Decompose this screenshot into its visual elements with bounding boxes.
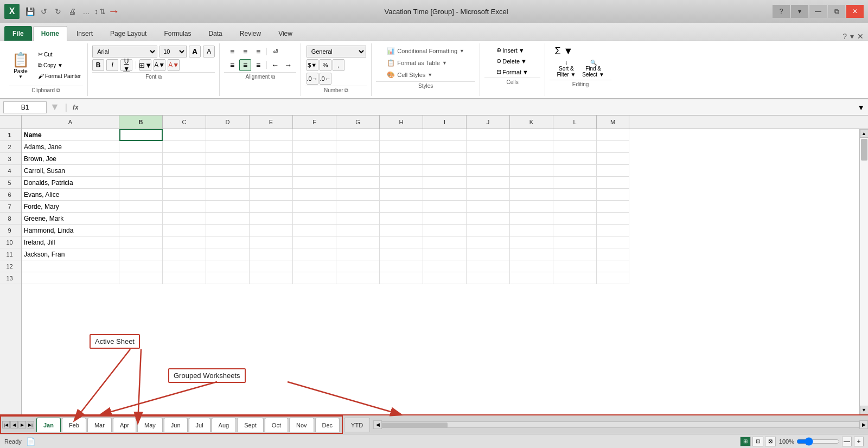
format-cells-btn[interactable]: ⊟ Format ▼ [494,67,531,76]
zoom-in-btn[interactable]: + [854,437,864,446]
row-num-10[interactable]: 10 [0,236,21,248]
scroll-down-btn[interactable]: ▼ [860,406,869,414]
wrap-text-btn[interactable]: ⏎ [269,46,281,57]
indent-inc-btn[interactable]: → [282,59,294,71]
cell-i13[interactable] [423,272,467,284]
cell-e5[interactable] [250,177,293,189]
cell-g4[interactable] [336,165,380,177]
cell-j13[interactable] [467,272,510,284]
cell-m4[interactable] [597,165,629,177]
cell-j11[interactable] [467,248,510,260]
cell-i5[interactable] [423,177,467,189]
hscroll-track[interactable] [382,421,859,428]
cell-d6[interactable] [206,189,250,201]
tab-page-layout[interactable]: Page Layout [102,26,155,41]
row-num-11[interactable]: 11 [0,248,21,260]
hscroll-thumb[interactable] [382,423,448,428]
cell-e12[interactable] [250,260,293,272]
italic-btn[interactable]: I [106,59,118,71]
cell-e7[interactable] [250,201,293,213]
delete-cells-btn[interactable]: ⊖ Delete ▼ [494,56,531,66]
minimize-ribbon-btn[interactable]: ▾ [791,5,808,18]
cell-i1[interactable] [423,129,467,141]
cell-m7[interactable] [597,201,629,213]
cell-j9[interactable] [467,225,510,236]
formula-input[interactable] [84,101,852,113]
cell-f2[interactable] [293,141,336,153]
restore-btn[interactable]: ⧉ [828,5,845,18]
col-header-c[interactable]: C [163,116,206,129]
cell-j1[interactable] [467,129,510,141]
cell-l13[interactable] [553,272,597,284]
cell-a4[interactable]: Carroll, Susan [22,165,119,177]
minimize-btn[interactable]: — [809,5,827,18]
cell-g11[interactable] [336,248,380,260]
row-num-8[interactable]: 8 [0,213,21,225]
format-as-table-btn[interactable]: 📋 Format as Table ▼ [384,57,467,68]
cell-m1[interactable] [597,129,629,141]
cell-g10[interactable] [336,236,380,248]
cell-k13[interactable] [510,272,553,284]
row-num-3[interactable]: 3 [0,153,21,165]
col-header-f[interactable]: F [293,116,336,129]
cell-b11[interactable] [119,248,163,260]
corner-cell[interactable] [0,116,22,129]
cell-i2[interactable] [423,141,467,153]
cell-j10[interactable] [467,236,510,248]
cell-c11[interactable] [163,248,206,260]
dec-increase-btn[interactable]: .0→ [307,73,318,85]
font-name-select[interactable]: Arial [92,46,157,57]
cell-f5[interactable] [293,177,336,189]
sheet-tab-mar[interactable]: Mar [87,418,112,432]
cell-e2[interactable] [250,141,293,153]
cell-b2[interactable] [119,141,163,153]
cell-c12[interactable] [163,260,206,272]
cell-g6[interactable] [336,189,380,201]
cell-e11[interactable] [250,248,293,260]
cell-j12[interactable] [467,260,510,272]
cell-a11[interactable]: Jackson, Fran [22,248,119,260]
quick-btn[interactable]: … [80,5,92,17]
cell-m2[interactable] [597,141,629,153]
cell-k9[interactable] [510,225,553,236]
cell-l9[interactable] [553,225,597,236]
cell-h8[interactable] [380,213,423,225]
font-color-btn[interactable]: A▼ [168,59,180,71]
sheet-tab-ytd[interactable]: YTD [344,418,370,432]
align-left-btn[interactable]: ≡ [226,59,238,71]
cell-c1[interactable] [163,129,206,141]
cell-e4[interactable] [250,165,293,177]
align-center-btn[interactable]: ≡ [239,59,251,71]
number-format-select[interactable]: General [307,46,366,57]
cell-c10[interactable] [163,236,206,248]
sheet-tab-feb[interactable]: Feb [62,418,86,432]
cell-l12[interactable] [553,260,597,272]
hscroll-left-btn[interactable]: ◀ [373,420,382,429]
cell-m10[interactable] [597,236,629,248]
cell-c7[interactable] [163,201,206,213]
cell-b5[interactable] [119,177,163,189]
col-header-m[interactable]: M [597,116,629,129]
indent-dec-btn[interactable]: ← [269,59,281,71]
cell-j3[interactable] [467,153,510,165]
align-middle-btn[interactable]: ≡ [239,46,251,57]
cell-l1[interactable] [553,129,597,141]
cell-c9[interactable] [163,225,206,236]
cell-e6[interactable] [250,189,293,201]
cell-i7[interactable] [423,201,467,213]
find-select-btn[interactable]: 🔍 Find & Select ▼ [580,59,606,79]
col-header-h[interactable]: H [380,116,423,129]
cell-f1[interactable] [293,129,336,141]
cell-a2[interactable]: Adams, Jane [22,141,119,153]
col-header-k[interactable]: K [510,116,553,129]
cell-a5[interactable]: Donalds, Patricia [22,177,119,189]
tab-review[interactable]: Review [232,26,269,41]
currency-btn[interactable]: $▼ [307,59,318,71]
cell-k8[interactable] [510,213,553,225]
tab-formulas[interactable]: Formulas [156,26,199,41]
cell-g5[interactable] [336,177,380,189]
cell-a8[interactable]: Greene, Mark [22,213,119,225]
cell-k6[interactable] [510,189,553,201]
cell-f4[interactable] [293,165,336,177]
font-size-select[interactable]: 10 [159,46,187,57]
